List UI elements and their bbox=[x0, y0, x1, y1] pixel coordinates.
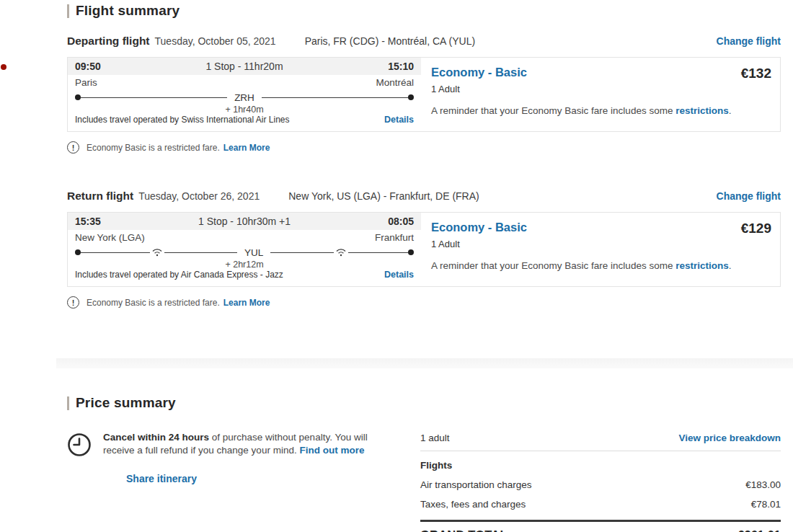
price-summary-header: Price summary bbox=[67, 395, 781, 411]
operated-row: Includes travel operated by Swiss Intern… bbox=[68, 115, 421, 131]
grand-total-rule bbox=[420, 520, 781, 522]
operated-by-text: Includes travel operated by Swiss Intern… bbox=[75, 115, 290, 125]
origin-dot bbox=[75, 94, 81, 100]
restricted-fare-text: Economy Basic is a restricted fare. bbox=[87, 143, 220, 153]
price-breakdown-block: 1 adult View price breakdown Flights Air… bbox=[420, 433, 781, 532]
return-flight-card: 15:35 1 Stop - 10hr30m +1 08:05 New York… bbox=[67, 212, 781, 287]
learn-more-link[interactable]: Learn More bbox=[223, 298, 270, 308]
grand-total-row: GRAND TOTAL - Euros €261.01 bbox=[420, 528, 781, 532]
stray-cursor-dot bbox=[1, 64, 6, 70]
city-pair: Paris Montréal bbox=[68, 75, 421, 89]
fare-reminder-text: A reminder that your Economy Basic fare … bbox=[431, 260, 675, 271]
departing-flight-card: 09:50 1 Stop - 11hr20m 15:10 Paris Montr… bbox=[67, 57, 781, 132]
departure-time: 15:35 bbox=[75, 216, 118, 227]
return-flight-label: Return flight bbox=[67, 190, 133, 203]
view-price-breakdown-link[interactable]: View price breakdown bbox=[678, 433, 781, 443]
share-itinerary-link[interactable]: Share itinerary bbox=[126, 473, 197, 484]
layover-duration: + 2hr12m bbox=[68, 260, 421, 270]
alert-exclamation-icon: ! bbox=[67, 296, 79, 309]
return-times-strip: 15:35 1 Stop - 10hr30m +1 08:05 bbox=[68, 213, 421, 230]
alert-exclamation-icon: ! bbox=[67, 141, 79, 154]
return-fare-price: €129 bbox=[741, 221, 771, 236]
stopover-code: YUL bbox=[237, 247, 270, 258]
accent-bar bbox=[67, 4, 69, 18]
flight-summary-title: Flight summary bbox=[76, 3, 180, 19]
grand-total-value: €261.01 bbox=[737, 528, 781, 532]
departure-time: 09:50 bbox=[75, 61, 118, 72]
flight-summary-header: Flight summary bbox=[67, 3, 781, 19]
timeline-segment bbox=[270, 252, 334, 253]
stops-duration: 1 Stop - 10hr30m +1 bbox=[118, 216, 371, 227]
stops-duration: 1 Stop - 11hr20m bbox=[118, 61, 371, 72]
return-flight-header: Return flight Tuesday, October 26, 2021 … bbox=[67, 190, 781, 203]
charge-label: Taxes, fees and charges bbox=[420, 499, 526, 510]
charge-row: Air transportation charges €183.00 bbox=[420, 479, 781, 490]
origin-city: New York (LGA) bbox=[75, 232, 145, 243]
price-summary-title: Price summary bbox=[76, 395, 176, 411]
wifi-icon bbox=[335, 248, 347, 257]
timeline-segment bbox=[164, 252, 237, 253]
departing-flight-block: Departing flight Tuesday, October 05, 20… bbox=[67, 35, 781, 154]
timeline-segment bbox=[81, 97, 227, 98]
restrictions-link[interactable]: restrictions bbox=[675, 260, 729, 271]
departing-times-strip: 09:50 1 Stop - 11hr20m 15:10 bbox=[68, 58, 421, 75]
destination-dot bbox=[408, 94, 414, 100]
section-separator bbox=[56, 358, 793, 368]
departing-details-link[interactable]: Details bbox=[384, 115, 414, 125]
fare-reminder-period: . bbox=[729, 260, 732, 271]
destination-city: Frankfurt bbox=[375, 232, 414, 243]
return-itinerary: 15:35 1 Stop - 10hr30m +1 08:05 New York… bbox=[68, 213, 421, 286]
departing-fare-price: €132 bbox=[741, 66, 771, 81]
find-out-more-link[interactable]: Find out more bbox=[299, 445, 364, 456]
destination-dot bbox=[408, 249, 414, 255]
departing-flight-route: Paris, FR (CDG) - Montréal, CA (YUL) bbox=[305, 35, 475, 47]
return-flight-date: Tuesday, October 26, 2021 bbox=[138, 190, 260, 202]
clock-icon bbox=[67, 433, 92, 532]
wifi-icon bbox=[151, 248, 163, 257]
cabin-class-label: Economy - Basic bbox=[431, 221, 527, 234]
restricted-fare-text: Economy Basic is a restricted fare. bbox=[87, 298, 220, 308]
charge-value: €183.00 bbox=[745, 479, 781, 490]
change-return-flight-link[interactable]: Change flight bbox=[717, 190, 781, 202]
charge-value: €78.01 bbox=[751, 499, 781, 510]
city-pair: New York (LGA) Frankfurt bbox=[68, 230, 421, 244]
change-departing-flight-link[interactable]: Change flight bbox=[717, 35, 781, 47]
departing-flight-label: Departing flight bbox=[67, 35, 150, 48]
learn-more-link[interactable]: Learn More bbox=[223, 143, 270, 153]
fare-reminder: A reminder that your Economy Basic fare … bbox=[431, 105, 771, 116]
charge-label: Air transportation charges bbox=[420, 479, 532, 490]
cancel-policy-text: Cancel within 24 hours of purchase witho… bbox=[103, 431, 399, 457]
grand-total-label: GRAND TOTAL bbox=[420, 528, 508, 532]
return-flight-route: New York, US (LGA) - Frankfurt, DE (FRA) bbox=[288, 190, 479, 202]
accent-bar bbox=[67, 396, 69, 410]
flight-timeline: ZRH bbox=[75, 92, 414, 102]
fare-reminder-text: A reminder that your Economy Basic fare … bbox=[431, 105, 675, 116]
restricted-fare-note: ! Economy Basic is a restricted fare. Le… bbox=[67, 296, 781, 309]
price-summary-section: Price summary Cancel within 24 hours of … bbox=[67, 395, 781, 532]
return-flight-block: Return flight Tuesday, October 26, 2021 … bbox=[67, 190, 781, 309]
departing-itinerary: 09:50 1 Stop - 11hr20m 15:10 Paris Montr… bbox=[68, 58, 421, 131]
adult-count-label: 1 adult bbox=[420, 433, 450, 443]
arrival-time: 08:05 bbox=[371, 216, 414, 227]
layover-duration: + 1hr40m bbox=[68, 105, 421, 115]
charge-row: Taxes, fees and charges €78.01 bbox=[420, 499, 781, 510]
timeline-segment bbox=[81, 252, 150, 253]
cabin-class-label: Economy - Basic bbox=[431, 66, 527, 79]
cancellation-policy-block: Cancel within 24 hours of purchase witho… bbox=[67, 431, 420, 532]
return-details-link[interactable]: Details bbox=[384, 270, 414, 280]
arrival-time: 15:10 bbox=[371, 61, 414, 72]
cancel-policy-bold: Cancel within 24 hours bbox=[103, 432, 209, 443]
flight-booking-page: Flight summary Departing flight Tuesday,… bbox=[0, 0, 793, 532]
passenger-count: 1 Adult bbox=[431, 84, 771, 94]
origin-dot bbox=[75, 249, 81, 255]
operated-row: Includes travel operated by Air Canada E… bbox=[68, 270, 421, 286]
restrictions-link[interactable]: restrictions bbox=[675, 105, 729, 116]
timeline-segment bbox=[348, 252, 408, 253]
passenger-count: 1 Adult bbox=[431, 239, 771, 249]
flights-group-label: Flights bbox=[420, 460, 781, 471]
departing-fare-info: Economy - Basic €132 1 Adult A reminder … bbox=[421, 58, 780, 131]
operated-by-text: Includes travel operated by Air Canada E… bbox=[75, 270, 283, 280]
fare-reminder: A reminder that your Economy Basic fare … bbox=[431, 260, 771, 271]
return-fare-info: Economy - Basic €129 1 Adult A reminder … bbox=[421, 213, 780, 286]
fare-reminder-period: . bbox=[729, 105, 732, 116]
